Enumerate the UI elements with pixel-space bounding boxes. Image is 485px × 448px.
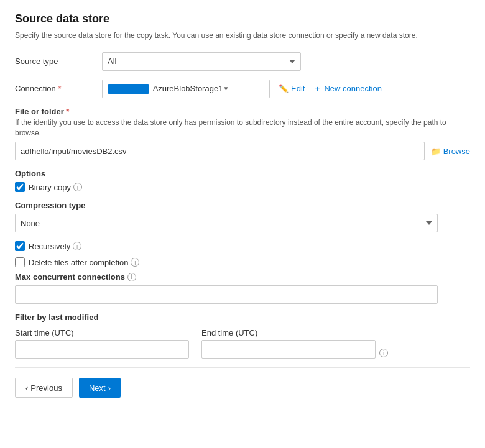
end-time-info-icon: i [379, 349, 388, 357]
max-connections-info-icon: i [127, 273, 136, 281]
source-type-select[interactable]: AllAzure Blob StorageAzure SQL DatabaseA… [102, 52, 301, 71]
recursively-info-icon: i [73, 242, 81, 250]
start-time-label: Start time (UTC) [15, 328, 189, 337]
page-description: Specify the source data store for the co… [15, 30, 470, 41]
recursively-checkbox[interactable] [15, 241, 25, 251]
end-time-label: End time (UTC) [201, 328, 376, 337]
end-time-input[interactable] [201, 340, 376, 359]
plus-icon: ＋ [313, 83, 321, 94]
footer: ‹ Previous Next › [15, 367, 470, 398]
end-time-col: End time (UTC) i [201, 328, 388, 359]
delete-files-info-icon: i [131, 258, 139, 267]
binary-copy-label: Binary copy i [29, 183, 82, 192]
delete-files-label: Delete files after completion i [29, 258, 139, 267]
compression-select[interactable]: NoneGZipDeflateBZip2ZipDeflateTarGZipTar… [15, 214, 438, 232]
binary-copy-info-icon: i [73, 183, 82, 191]
connection-controls: AzureBlobStorage1 ▼ ✏️ Edit ＋ New connec… [102, 80, 382, 98]
file-folder-description: If the identity you use to access the da… [15, 117, 470, 139]
start-time-col: Start time (UTC) [15, 328, 189, 359]
source-type-row: Source type AllAzure Blob StorageAzure S… [15, 52, 470, 71]
connection-select[interactable]: AzureBlobStorage1 ▼ [102, 80, 270, 98]
source-type-label: Source type [15, 57, 102, 66]
file-folder-input[interactable] [15, 142, 425, 160]
delete-files-checkbox[interactable] [15, 257, 25, 267]
next-button[interactable]: Next › [79, 378, 121, 398]
recursively-label: Recursively i [29, 242, 81, 251]
max-connections-label: Max concurrent connections i [15, 272, 470, 281]
recursively-row: Recursively i [15, 241, 470, 251]
delete-files-row: Delete files after completion i [15, 257, 470, 267]
folder-icon: 📁 [431, 147, 441, 156]
chevron-right-icon: › [108, 383, 111, 393]
file-folder-section: File or folder If the identity you use t… [15, 107, 470, 161]
chevron-down-icon: ▼ [223, 85, 264, 92]
options-label: Options [15, 169, 470, 178]
file-folder-label: File or folder [15, 107, 470, 116]
start-time-input[interactable] [15, 340, 189, 359]
previous-button[interactable]: ‹ Previous [15, 378, 73, 398]
filter-row: Start time (UTC) End time (UTC) i [15, 328, 470, 359]
filter-label: Filter by last modified [15, 313, 470, 322]
compression-section: Compression type NoneGZipDeflateBZip2Zip… [15, 201, 470, 232]
connection-row: Connection AzureBlobStorage1 ▼ ✏️ Edit ＋… [15, 80, 470, 98]
max-connections-section: Max concurrent connections i [15, 272, 470, 304]
browse-button[interactable]: 📁 Browse [431, 147, 470, 156]
options-section: Options Binary copy i [15, 169, 470, 192]
binary-copy-checkbox[interactable] [15, 182, 25, 192]
connection-label: Connection [15, 84, 102, 93]
page-title: Source data store [15, 12, 470, 25]
file-folder-row: 📁 Browse [15, 142, 470, 160]
binary-copy-row: Binary copy i [15, 182, 470, 192]
filter-section: Filter by last modified Start time (UTC)… [15, 313, 470, 359]
chevron-left-icon: ‹ [25, 383, 28, 393]
storage-icon [108, 84, 149, 94]
connection-value: AzureBlobStorage1 [153, 84, 223, 93]
edit-button[interactable]: ✏️ Edit [276, 84, 307, 93]
new-connection-button[interactable]: ＋ New connection [313, 83, 382, 94]
max-connections-input[interactable] [15, 285, 438, 304]
pencil-icon: ✏️ [279, 84, 289, 93]
compression-label: Compression type [15, 201, 470, 210]
